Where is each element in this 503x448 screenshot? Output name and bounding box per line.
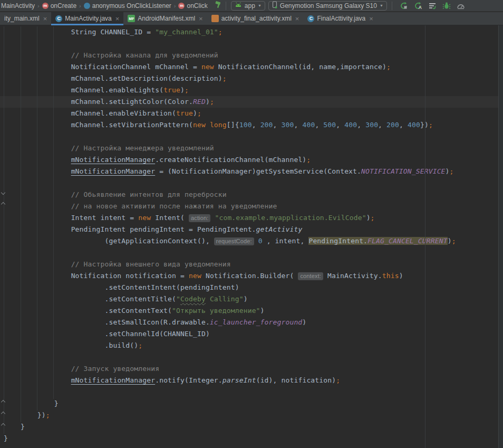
code-line[interactable] (0, 247, 498, 259)
code-token: Intent intent = (4, 214, 138, 222)
code-line[interactable]: // Настройка менеджера уведомлений (0, 142, 498, 154)
code-line[interactable]: }); (0, 409, 498, 421)
code-token: // Настройка канала для уведомлений (4, 51, 218, 59)
breadcrumb: MainActivity›monCreate›anonymous OnClick… (0, 0, 209, 12)
code-line[interactable]: (getApplicationContext(), requestCode: 0… (0, 235, 498, 247)
code-line[interactable]: .setContentIntent(pendingIntent) (0, 282, 498, 293)
code-line[interactable]: // Настройка канала для уведомлений (0, 50, 498, 61)
fold-marker-icon[interactable] (1, 423, 5, 428)
device-label: Genymotion Samsung Galaxy S10 (280, 2, 377, 9)
code-line[interactable]: mNotificationManager.notify(Integer.pars… (0, 375, 498, 386)
code-token: ) (260, 307, 265, 314)
code-token: .setContentText( (4, 307, 172, 314)
indent-guide (37, 26, 37, 411)
close-icon[interactable]: × (199, 15, 203, 23)
code-line[interactable]: // Запуск уведомления (0, 363, 498, 375)
code-line[interactable]: mChannel.setVibrationPattern(new long[]{… (0, 119, 498, 131)
code-line[interactable]: .setContentText("Открыть уведомление") (0, 305, 498, 317)
code-token: }) (420, 121, 429, 129)
code-line[interactable]: mChannel.setDescription(description); (0, 73, 498, 84)
code-line[interactable]: } (0, 421, 498, 433)
code-line[interactable]: // на новое активити после нажатия на ув… (0, 201, 498, 212)
code-token: ; (306, 156, 311, 164)
code-line[interactable]: mChannel.enableVibration(true); (0, 108, 498, 119)
breadcrumb-item[interactable]: MainActivity (0, 2, 36, 9)
code-line[interactable] (0, 131, 498, 142)
code-line[interactable]: mNotificationManager = (NotificationMana… (0, 166, 498, 177)
debug-icon[interactable] (442, 2, 451, 10)
close-icon[interactable]: × (115, 15, 120, 23)
code-token: // Запуск уведомления (4, 365, 159, 373)
tab-MainActivity.java[interactable]: CMainActivity.java× (51, 12, 123, 25)
code-token: Calling" (206, 295, 244, 303)
code-line[interactable]: PendingIntent pendingIntent = PendingInt… (0, 224, 498, 235)
code-token (206, 121, 210, 129)
code-line[interactable] (0, 38, 498, 50)
editor-scrollbar[interactable] (498, 25, 503, 448)
code-token: ; (218, 28, 223, 36)
tab-AndroidManifest.xml[interactable]: MFAndroidManifest.xml× (123, 12, 207, 25)
code-token: , (294, 121, 302, 129)
code-line[interactable]: // Обьявление интентов для переброски (0, 189, 498, 201)
code-token: , (252, 121, 260, 129)
code-token: .build() (4, 341, 138, 349)
run-with-coverage-icon[interactable] (428, 2, 437, 10)
code-line[interactable] (0, 177, 498, 189)
code-line[interactable] (0, 351, 498, 363)
tab-label: activity_final_acttivity.xml (221, 15, 292, 22)
run-configuration-select[interactable]: app ▼ (231, 1, 265, 11)
close-icon[interactable]: × (43, 15, 47, 23)
code-token: , (315, 121, 323, 129)
code-token: ; (336, 376, 340, 384)
code-token: ; (386, 63, 391, 71)
code-line[interactable]: Intent intent = new Intent( action: "com… (0, 212, 498, 224)
close-icon[interactable]: × (369, 15, 373, 23)
build-hammer-icon[interactable] (214, 1, 223, 11)
code-line[interactable]: } (0, 433, 498, 444)
code-token: mChannel.setLightColor(Color. (4, 98, 193, 106)
code-token: ; (223, 74, 227, 82)
profile-icon[interactable] (457, 2, 465, 10)
breadcrumb-item[interactable]: monCreate (41, 2, 78, 9)
fold-marker-icon[interactable] (1, 202, 5, 207)
code-line[interactable]: .build(); (0, 340, 498, 351)
java-class-icon: C (307, 15, 314, 22)
code-line[interactable]: Notification notification = new Notifica… (0, 270, 498, 282)
breadcrumb-item[interactable]: monClick (177, 2, 208, 9)
toolbar-separator (226, 2, 226, 10)
code-line[interactable]: // Настройка внешнего вида уведомления (0, 259, 498, 270)
code-token: " (176, 295, 180, 303)
apply-code-changes-icon[interactable]: A (414, 2, 422, 10)
apply-changes-icon[interactable] (400, 2, 408, 10)
code-line[interactable]: .setSmallIcon(R.drawable.ic_launcher_for… (0, 317, 498, 328)
tab-activity_final_acttivity.xml[interactable]: activity_final_acttivity.xml× (207, 12, 304, 25)
code-token: 200 (386, 121, 399, 129)
tab-FinalActtivity.java[interactable]: CFinalActtivity.java× (303, 12, 377, 25)
device-select[interactable]: Genymotion Samsung Galaxy S10▼ (268, 1, 387, 11)
code-token: NotificationChannel(id, name,importance) (214, 63, 386, 71)
code-token: , (336, 121, 344, 129)
code-token: new (189, 272, 201, 280)
code-line[interactable]: mChannel.setLightColor(Color.RED); (0, 96, 498, 108)
code-line[interactable]: String CHANNEL_ID = "my_channel_01"; (0, 26, 498, 38)
tab-ity_main.xml[interactable]: ity_main.xml× (0, 12, 51, 25)
code-line[interactable] (0, 386, 498, 398)
code-token: mNotificationManager (71, 376, 156, 384)
fold-marker-icon[interactable] (1, 400, 5, 405)
breadcrumb-item[interactable]: anonymous OnClickListener (83, 2, 172, 9)
code-token: , intent, (263, 237, 309, 245)
code-line[interactable]: NotificationChannel mChannel = new Notif… (0, 61, 498, 73)
code-line[interactable]: mNotificationManager.createNotificationC… (0, 154, 498, 166)
code-token: } (4, 434, 8, 442)
code-token: 0 (258, 237, 263, 245)
code-editor[interactable]: String CHANNEL_ID = "my_channel_01"; // … (0, 25, 503, 448)
fold-marker-icon[interactable] (1, 412, 5, 416)
code-line[interactable]: .setChannelId(CHANNEL_ID) (0, 328, 498, 340)
code-line[interactable]: .setContentTitle("Codeby Calling") (0, 293, 498, 305)
code-line[interactable]: mChannel.enableLights(true); (0, 84, 498, 96)
close-icon[interactable]: × (295, 15, 299, 23)
code-token: mNotificationManager (71, 156, 156, 164)
fold-marker-icon[interactable] (1, 190, 5, 195)
code-token: ) (193, 109, 197, 117)
code-line[interactable]: } (0, 398, 498, 409)
